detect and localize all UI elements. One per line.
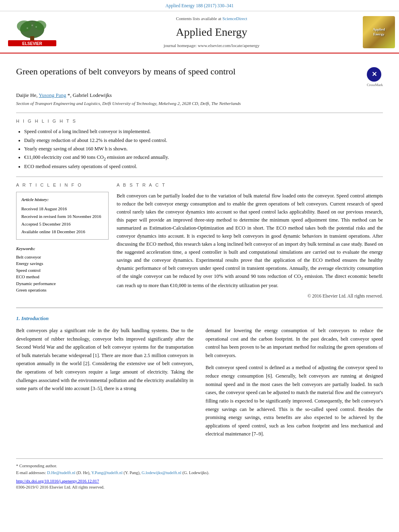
intro-para-right-1: demand for lowering the energy consumpti… [206,327,383,360]
keywords-title: Keywords: [16,245,109,252]
article-title: Green operations of belt conveyors by me… [16,66,359,78]
divider-1 [16,113,383,113]
intro-col-right: demand for lowering the energy consumpti… [206,327,383,442]
abstract-label: A B S T R A C T [117,182,383,189]
svg-rect-5 [30,36,34,40]
keyword-green-operations: Green operations [16,287,109,294]
info-abstract-row: A R T I C L E I N F O Article history: R… [16,182,383,300]
received-row: Received 18 August 2016 [21,205,103,213]
issn-line: 0306-2619/© 2016 Elsevier Ltd. All right… [16,484,383,491]
intro-heading: 1. Introduction [16,314,383,322]
doi-line: http://dx.doi.org/10.1016/j.apenergy.201… [16,478,383,485]
highlight-item: Daily energy reduction of about 12.2% is… [24,136,383,145]
svg-point-4 [34,21,46,30]
email-line: E-mail addresses: D.He@tudelft.nl (D. He… [16,470,383,477]
history-table: Received 18 August 2016 Received in revi… [21,205,103,235]
affiliation: Section of Transport Engineering and Log… [16,100,383,107]
highlight-item: Yearly energy saving of about 160 MW h i… [24,145,383,153]
email-link-pang[interactable]: Y.Pang@tudelft.nl [91,470,123,475]
header-center: Contents lists available at ScienceDirec… [64,11,359,53]
doi-link[interactable]: http://dx.doi.org/10.1016/j.apenergy.201… [16,479,99,483]
intro-para-right-2: Belt conveyor speed control is defined a… [206,364,383,438]
crossmark-label: CrossMark [367,82,383,88]
email-link-lodewijks[interactable]: G.lodewijks@tudelft.nl [142,470,181,475]
svg-point-8 [31,25,33,26]
article-history-box: Article history: Received 18 August 2016… [16,192,109,240]
article-info-label: A R T I C L E I N F O [16,182,109,189]
journal-title: Applied Energy [176,24,247,41]
intro-para-1: Belt conveyors play a significant role i… [16,327,193,393]
crossmark-symbol: ✕ [367,67,381,82]
keyword-belt-conveyor: Belt conveyor [16,254,109,261]
keyword-dynamic-performance: Dynamic performance [16,280,109,287]
journal-citation: Applied Energy 188 (2017) 330–341 [165,3,234,8]
keywords-box: Keywords: Belt conveyor Energy savings S… [16,245,109,294]
intro-two-col: Belt conveyors play a significant role i… [16,327,383,442]
crossmark-icon: ✕ CrossMark [367,67,383,88]
article-title-row: Green operations of belt conveyors by me… [16,66,383,88]
footer-area: * Corresponding author. E-mail addresses… [16,458,383,499]
abstract-text: Belt conveyors can be partially loaded d… [117,192,383,290]
highlights-label: H I G H L I G H T S [16,118,383,125]
authors: Daijie He, Yusong Pang *, Gabriel Lodewi… [16,92,112,98]
svg-point-7 [35,26,37,28]
divider-2 [16,177,383,177]
svg-text:ELSEVIER: ELSEVIER [22,41,42,46]
sciencedirect-link[interactable]: ScienceDirect [222,16,247,21]
main-content: Green operations of belt conveyors by me… [0,53,399,450]
applied-energy-logo: AppliedEnergy [359,11,399,53]
article-info-col: A R T I C L E I N F O Article history: R… [16,182,109,300]
highlights-section: H I G H L I G H T S Speed control of a l… [16,118,383,171]
journal-top-bar: Applied Energy 188 (2017) 330–341 [0,0,399,11]
keyword-energy-savings: Energy savings [16,260,109,267]
keyword-eco-method: ECO method [16,273,109,280]
keyword-speed-control: Speed control [16,267,109,274]
elsevier-logo: ELSEVIER [0,11,64,53]
received-revised-row: Received in revised form 16 November 201… [21,213,103,220]
highlight-item: Speed control of a long inclined belt co… [24,127,383,136]
available-row: Available online 18 December 2016 [21,228,103,236]
homepage-line: journal homepage: www.elsevier.com/locat… [164,42,260,49]
accepted-row: Accepted 5 December 2016 [21,220,103,228]
abstract-col: A B S T R A C T Belt conveyors can be pa… [117,182,383,300]
highlight-item: €11,000 electricity cost and 90 tons CO2… [24,153,383,162]
highlight-item: ECO method ensures safety operations of … [24,162,383,171]
svg-point-3 [17,21,31,32]
history-title: Article history: [21,196,103,203]
authors-line: Daijie He, Yusong Pang *, Gabriel Lodewi… [16,91,383,99]
email-link-he[interactable]: D.He@tudelft.nl [47,470,75,475]
intro-col-left: Belt conveyors play a significant role i… [16,327,193,442]
corresponding-note: * Corresponding author. [16,463,383,470]
svg-point-6 [27,27,28,29]
highlights-list: Speed control of a long inclined belt co… [16,127,383,171]
ae-badge: AppliedEnergy [363,16,395,48]
page-header: ELSEVIER Contents lists available at Sci… [0,11,399,53]
divider-3 [16,308,383,308]
copyright-line: © 2016 Elsevier Ltd. All rights reserved… [117,293,383,300]
contents-line: Contents lists available at ScienceDirec… [176,15,247,22]
elsevier-logo-svg: ELSEVIER [8,18,56,46]
ae-badge-text: AppliedEnergy [371,26,387,38]
